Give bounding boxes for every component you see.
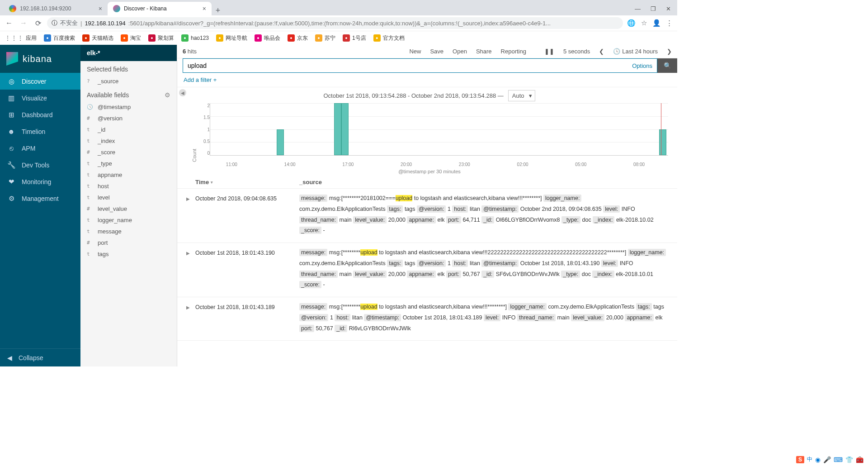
available-fields-header: Available fields ⚙ [80, 87, 177, 101]
nav-item-management[interactable]: ⚙Management [0, 190, 80, 207]
favicon-icon [9, 5, 16, 12]
collapse-icon: ◀ [7, 354, 12, 361]
index-pattern[interactable]: elk-* [80, 45, 177, 61]
reload-icon[interactable]: ⟳ [33, 19, 43, 28]
expand-icon[interactable]: ▶ [186, 247, 195, 290]
doc-source: message: msg:[********upload to logstash… [299, 302, 668, 334]
field-item[interactable]: #_score [80, 147, 177, 158]
apps-button[interactable]: ⋮⋮⋮应用 [5, 34, 37, 42]
doc-time: October 2nd 2018, 09:04:08.635 [195, 193, 299, 236]
field-item[interactable]: ttags [80, 248, 177, 260]
nav-item-visualize[interactable]: ▥Visualize [0, 90, 80, 106]
management-icon: ⚙ [7, 195, 15, 203]
bookmark-item[interactable]: ●京东 [288, 34, 308, 42]
field-item[interactable]: #@version [80, 113, 177, 124]
nav-item-dashboard[interactable]: ⊞Dashboard [0, 106, 80, 123]
profile-icon[interactable]: 👤 [652, 19, 661, 27]
search-options[interactable]: Options [632, 62, 652, 69]
search-box[interactable]: Options [183, 58, 657, 73]
nav-item-timelion[interactable]: ☻Timelion [0, 123, 80, 140]
action-save[interactable]: Save [430, 48, 443, 55]
star-icon[interactable]: ☆ [639, 19, 648, 27]
bookmark-item[interactable]: ●百度搜索 [44, 34, 75, 42]
pause-refresh-icon[interactable]: ❚❚ [544, 48, 554, 55]
action-new[interactable]: New [409, 48, 421, 55]
histogram-bar[interactable] [334, 103, 341, 155]
time-next-icon[interactable]: ❯ [667, 48, 672, 55]
time-picker[interactable]: Last 24 hours [613, 48, 658, 55]
field-item[interactable]: tlogger_name [80, 214, 177, 226]
info-icon[interactable]: ⓘ [52, 19, 57, 27]
field-item[interactable]: thost [80, 181, 177, 192]
histogram-bar[interactable] [277, 129, 284, 156]
bookmark-item[interactable]: ●hao123 [181, 34, 209, 42]
address-bar[interactable]: ⓘ 不安全 | 192.168.10.194 :5601/app/kibana#… [47, 17, 623, 29]
now-marker [661, 103, 661, 155]
bookmark-item[interactable]: ●聚划算 [148, 34, 174, 42]
refresh-interval[interactable]: 5 seconds [563, 48, 590, 55]
histogram-bar[interactable] [341, 103, 349, 155]
bookmark-item[interactable]: ●天猫精选 [82, 34, 113, 42]
bookmark-item[interactable]: ●唯品会 [255, 34, 280, 42]
gear-icon[interactable]: ⚙ [165, 91, 170, 99]
search-row: Options 🔍 [177, 58, 677, 73]
field-item[interactable]: ?_source [80, 76, 177, 87]
dev tools-icon: 🔧 [7, 161, 15, 169]
field-item[interactable]: tmessage [80, 226, 177, 237]
chart-title-row: October 1st 2018, 09:13:54.288 - October… [191, 90, 668, 101]
kibana-logo[interactable]: kibana [0, 45, 80, 73]
nav-item-monitoring[interactable]: ❤Monitoring [0, 173, 80, 190]
field-item[interactable]: t_index [80, 135, 177, 147]
minimize-icon[interactable]: — [635, 5, 641, 12]
close-icon[interactable]: × [203, 5, 206, 12]
col-time[interactable]: Time [195, 179, 299, 185]
search-input[interactable] [188, 62, 632, 69]
table-row[interactable]: ▶October 1st 2018, 18:01:43.189 message:… [177, 297, 677, 341]
bookmark-item[interactable]: ●1号店 [343, 34, 366, 42]
nav-item-dev tools[interactable]: 🔧Dev Tools [0, 157, 80, 173]
favicon-icon [113, 5, 120, 12]
add-filter[interactable]: Add a filter + [177, 73, 677, 87]
table-row[interactable]: ▶October 1st 2018, 18:01:43.190 message:… [177, 243, 677, 297]
search-button[interactable]: 🔍 [657, 58, 677, 73]
url-path: :5601/app/kibana#/discover?_g=(refreshIn… [128, 20, 551, 27]
maximize-icon[interactable]: ❐ [651, 5, 656, 12]
field-item[interactable]: t_type [80, 158, 177, 169]
histogram-bar[interactable] [659, 129, 666, 156]
field-item[interactable]: tappname [80, 169, 177, 181]
action-open[interactable]: Open [453, 48, 467, 55]
close-icon[interactable]: × [99, 5, 102, 12]
close-window-icon[interactable]: ✕ [666, 5, 671, 12]
bookmark-item[interactable]: ●苏宁 [315, 34, 335, 42]
bookmark-item[interactable]: ●网址导航 [216, 34, 247, 42]
expand-icon[interactable]: ▶ [186, 302, 195, 334]
logo-icon [6, 52, 18, 66]
field-item[interactable]: #level_value [80, 203, 177, 214]
browser-tab[interactable]: 192.168.10.194:9200 × [4, 2, 108, 15]
col-source[interactable]: _source [299, 179, 668, 185]
translate-icon[interactable]: 🌐 [627, 19, 636, 27]
nav-item-apm[interactable]: ⎋APM [0, 140, 80, 157]
histogram-chart[interactable]: Count 21.510.50 [191, 103, 668, 162]
bookmark-item[interactable]: ●官方文档 [373, 34, 405, 42]
collapse-nav[interactable]: ◀ Collapse [0, 348, 80, 366]
field-item[interactable]: tlevel [80, 192, 177, 203]
expand-icon[interactable]: ▶ [186, 193, 195, 236]
action-reporting[interactable]: Reporting [501, 48, 526, 55]
field-item[interactable]: 🕓@timestamp [80, 101, 177, 113]
plot-area[interactable] [210, 103, 668, 156]
menu-icon[interactable]: ⋮ [665, 19, 674, 27]
browser-tab[interactable]: Discover - Kibana × [108, 2, 212, 15]
field-item[interactable]: t_id [80, 124, 177, 135]
new-tab-button[interactable]: + [212, 6, 224, 15]
doc-table-header: Time _source [177, 174, 677, 189]
interval-select[interactable]: Auto [508, 90, 536, 101]
time-prev-icon[interactable]: ❮ [599, 48, 604, 55]
collapse-side-icon[interactable]: ◀ [179, 89, 186, 96]
field-item[interactable]: #port [80, 237, 177, 248]
back-icon[interactable]: ← [4, 19, 14, 27]
action-share[interactable]: Share [476, 48, 492, 55]
bookmark-item[interactable]: ●淘宝 [121, 34, 141, 42]
nav-item-discover[interactable]: ◎Discover [0, 73, 80, 90]
table-row[interactable]: ▶October 2nd 2018, 09:04:08.635 message:… [177, 189, 677, 243]
